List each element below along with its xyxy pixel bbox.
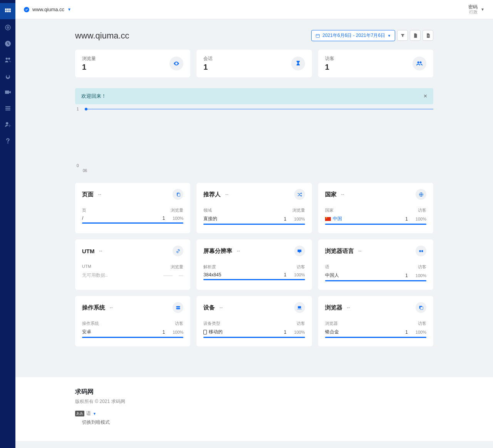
stat-value: 1: [82, 63, 96, 72]
row-name[interactable]: 中国: [325, 216, 342, 222]
svg-rect-1: [7, 8, 8, 10]
card-title: 操作系统: [82, 304, 105, 311]
svg-rect-0: [5, 8, 7, 10]
sidebar-teams[interactable]: [0, 116, 15, 132]
row-name[interactable]: 直接的: [203, 216, 217, 222]
sidebar-sessions[interactable]: [0, 35, 15, 52]
card-title: 浏览器语言: [325, 247, 354, 255]
svg-point-7: [7, 27, 8, 28]
arrows-icon[interactable]: ↔: [346, 305, 351, 310]
sidebar-realtime[interactable]: [0, 19, 15, 35]
stat-label: 浏览量: [82, 55, 96, 62]
grid-icon: [5, 8, 11, 15]
row-value: 1: [159, 216, 165, 221]
svg-rect-24: [298, 249, 302, 252]
sidebar-help[interactable]: [0, 132, 15, 149]
svg-point-6: [5, 25, 10, 30]
row-name[interactable]: 384x845: [203, 272, 221, 277]
row-name[interactable]: /: [82, 216, 83, 221]
progress-bar: [82, 337, 183, 338]
topbar: www.qiuma.cc ▼ 密码 行政 ▼: [15, 0, 493, 19]
svg-rect-5: [9, 10, 10, 12]
caret-down-icon: ▼: [481, 7, 485, 12]
col-label: 访客: [418, 321, 426, 326]
svg-rect-13: [5, 108, 10, 109]
arrows-icon[interactable]: ↔: [99, 248, 103, 254]
user-name: 密码: [468, 4, 478, 10]
svg-rect-27: [176, 306, 180, 307]
welcome-alert: 欢迎回来！ ×: [75, 88, 433, 104]
svg-point-20: [420, 62, 422, 64]
col-label: 访客: [175, 321, 183, 326]
shuffle-icon: [294, 189, 305, 200]
sidebar-heatmaps[interactable]: [0, 68, 15, 84]
card-os: 操作系统 ↔ 操作系统访客 安卓 1100%: [75, 296, 190, 346]
caret-down-icon: ▼: [93, 412, 96, 416]
file-icon: [413, 33, 418, 38]
row-pct: 100%: [171, 216, 183, 221]
arrows-icon[interactable]: ↔: [97, 192, 102, 197]
arrows-icon[interactable]: ↔: [236, 248, 241, 254]
user-cog-icon: [5, 121, 11, 128]
col-label: UTM: [82, 264, 91, 270]
footer-brand[interactable]: 求码网: [75, 388, 433, 396]
caret-down-icon: ▼: [67, 7, 71, 12]
users-icon: [5, 57, 11, 63]
svg-rect-22: [178, 193, 180, 196]
card-title: 屏幕分辨率: [203, 247, 232, 255]
col-label: 访客: [418, 264, 426, 270]
row-value: 1: [281, 216, 287, 222]
progress-bar: [325, 224, 426, 225]
card-utm: UTM ↔ UTM浏览量 无可用数据.. ———: [75, 239, 190, 290]
arrows-icon[interactable]: ↔: [109, 305, 114, 310]
arrows-icon[interactable]: ↔: [340, 192, 345, 197]
stat-value: 1: [203, 63, 213, 72]
col-label: 操作系统: [82, 321, 99, 326]
filter-button[interactable]: [397, 30, 408, 41]
theme-toggle[interactable]: 切换到暗模式: [75, 419, 433, 426]
arrows-icon[interactable]: ↔: [358, 248, 362, 254]
flag-cn-icon: [325, 217, 331, 221]
col-label: 设备类型: [203, 321, 220, 326]
language-badge-icon: ああ: [75, 411, 84, 416]
sidebar-recordings[interactable]: [0, 84, 15, 100]
svg-rect-29: [298, 306, 301, 308]
arrows-icon[interactable]: ↔: [219, 305, 223, 310]
card-title: UTM: [82, 248, 95, 254]
site-selector[interactable]: www.qiuma.cc ▼: [24, 7, 71, 12]
svg-rect-3: [5, 10, 7, 12]
row-value: 1: [159, 329, 165, 335]
row-name[interactable]: 铬合金: [325, 329, 339, 335]
card-languages: 浏览器语言 ↔ 语访客 中国人 1100%: [318, 239, 433, 290]
row-pct: 100%: [171, 330, 183, 334]
col-label: 浏览量: [292, 207, 305, 213]
fire-icon: [5, 73, 11, 79]
row-name[interactable]: 移动的: [203, 329, 223, 335]
card-title: 浏览器: [325, 304, 342, 311]
progress-bar: [203, 337, 305, 338]
copy-icon: [173, 189, 183, 200]
card-referrers: 推荐人 ↔ 领域浏览量 直接的 1100%: [196, 183, 312, 233]
svg-rect-12: [5, 106, 10, 107]
moon-icon: [75, 420, 80, 425]
date-range-button[interactable]: 2021年6月6日 - 2021年7月6日 ▼: [311, 30, 395, 41]
stat-label: 会话: [203, 55, 213, 62]
row-name[interactable]: 安卓: [82, 329, 91, 335]
sidebar-visitors[interactable]: [0, 52, 15, 68]
sidebar-events[interactable]: [0, 100, 15, 116]
row-label: 中国: [333, 216, 342, 222]
arrows-icon[interactable]: ↔: [225, 192, 229, 197]
theme-label: 切换到暗模式: [82, 419, 110, 426]
user-menu[interactable]: 密码 行政 ▼: [468, 4, 485, 15]
export-button[interactable]: [410, 30, 421, 41]
mobile-icon: [203, 330, 207, 334]
clock-icon: [5, 40, 11, 47]
close-icon[interactable]: ×: [424, 93, 427, 100]
row-name[interactable]: 中国人: [325, 272, 339, 279]
sidebar-dashboard[interactable]: [0, 3, 15, 19]
svg-rect-18: [316, 34, 320, 37]
svg-rect-25: [419, 250, 421, 252]
page-title: www.qiuma.cc: [75, 31, 129, 41]
language-switcher[interactable]: ああ 语 ▼: [75, 410, 433, 417]
export-alt-button[interactable]: [423, 30, 433, 41]
